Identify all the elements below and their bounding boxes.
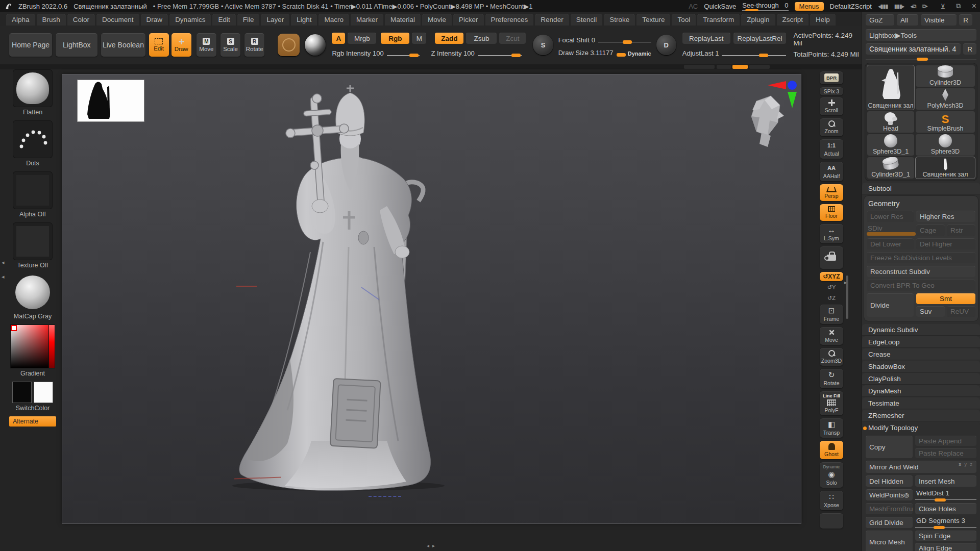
- tray-right-icon[interactable]: ▮▮▮▸: [894, 3, 904, 10]
- z-intensity-handle[interactable]: [511, 54, 521, 57]
- current-alpha-button[interactable]: [13, 171, 53, 209]
- persp-button[interactable]: Persp: [820, 184, 843, 201]
- paste-replace-button[interactable]: Paste Replace: [915, 448, 976, 458]
- menu-document[interactable]: Document: [96, 14, 139, 26]
- weld-points-button[interactable]: WeldPoints ◎: [866, 489, 913, 500]
- menu-marker[interactable]: Marker: [351, 14, 383, 26]
- weld-dist-handle[interactable]: [935, 498, 946, 502]
- dynamesh-section-header[interactable]: DynaMesh: [862, 385, 980, 397]
- dynamic-draw-size-label[interactable]: Dynamic: [628, 51, 651, 57]
- divide-button[interactable]: Divide: [867, 293, 914, 317]
- menu-dynamics[interactable]: Dynamics: [169, 14, 211, 26]
- dynamic-mode-button[interactable]: D: [656, 35, 676, 55]
- focal-shift-handle[interactable]: [623, 40, 632, 44]
- zcut-button[interactable]: Zcut: [499, 33, 526, 44]
- canvas-scrollbar[interactable]: ◂ ▸: [427, 543, 435, 548]
- sculptris-pro-button[interactable]: S: [533, 35, 553, 55]
- tool-item-current[interactable]: Священник зал: [867, 65, 914, 110]
- menu-draw[interactable]: Draw: [141, 14, 168, 26]
- see-through-slider[interactable]: See-through 0: [742, 2, 788, 11]
- store-camera-button[interactable]: [820, 246, 843, 269]
- lightbox-button[interactable]: LightBox: [56, 33, 97, 57]
- paste-append-button[interactable]: Paste Append: [915, 436, 976, 446]
- menu-help[interactable]: Help: [810, 14, 836, 26]
- see-through-handle[interactable]: [745, 9, 758, 11]
- mirror-x-toggle[interactable]: x: [959, 462, 962, 467]
- del-higher-button[interactable]: Del Higher: [916, 238, 975, 249]
- scroll-button[interactable]: Scroll: [820, 97, 843, 115]
- current-material-button[interactable]: [13, 273, 53, 311]
- main-color-swatch[interactable]: [12, 382, 32, 403]
- restore-icon[interactable]: ⧉: [956, 2, 960, 10]
- menus-button[interactable]: Menus: [795, 2, 824, 11]
- m-button[interactable]: M: [412, 33, 426, 44]
- mirror-y-toggle[interactable]: y: [964, 462, 968, 467]
- menu-transform[interactable]: Transform: [697, 14, 740, 26]
- del-hidden-button[interactable]: Del Hidden: [866, 475, 913, 487]
- menu-zplugin[interactable]: Zplugin: [741, 14, 775, 26]
- menu-zscript[interactable]: Zscript: [777, 14, 809, 26]
- menu-material[interactable]: Material: [385, 14, 421, 26]
- tool-item-polymesh3d[interactable]: PolyMesh3D: [916, 88, 975, 110]
- z-intensity-slider[interactable]: Z Intensity 100: [431, 47, 522, 57]
- tool-item-head[interactable]: Head: [867, 111, 914, 133]
- goz-visible-button[interactable]: Visible: [921, 14, 957, 26]
- alternate-button[interactable]: Alternate: [9, 416, 56, 427]
- zoom3d-button[interactable]: Zoom3D: [820, 348, 843, 366]
- stroke-picker-button[interactable]: [278, 34, 300, 56]
- rotate-xyz-button[interactable]: ↺XYZ: [820, 272, 843, 281]
- lightbox-tools-button[interactable]: Lightbox▶Tools: [866, 29, 976, 41]
- goz-all-button[interactable]: All: [897, 14, 918, 26]
- edgeloop-section-header[interactable]: EdgeLoop: [862, 336, 980, 348]
- replay-last-rel-button[interactable]: ReplayLastRel: [733, 33, 787, 44]
- rotate-canvas-button[interactable]: ↻Rotate: [820, 369, 843, 388]
- zremesher-section-header[interactable]: ZRemesher: [862, 410, 980, 421]
- tessimate-section-header[interactable]: Tessimate: [862, 397, 980, 409]
- ghost-button[interactable]: Ghost: [820, 441, 843, 459]
- menu-light[interactable]: Light: [291, 14, 317, 26]
- menu-texture[interactable]: Texture: [636, 14, 670, 26]
- insert-mesh-button[interactable]: Insert Mesh: [915, 475, 976, 487]
- tool-item-simplebrush[interactable]: S SimpleBrush: [916, 111, 975, 133]
- adjust-last-slider[interactable]: AdjustLast 1: [682, 47, 787, 57]
- menu-layer[interactable]: Layer: [261, 14, 289, 26]
- local-symmetry-button[interactable]: ↔L.Sym: [820, 224, 843, 243]
- current-tool-name[interactable]: Священник залатанный. 4: [866, 43, 961, 55]
- rgb-intensity-handle[interactable]: [409, 54, 419, 57]
- rotate-y-button[interactable]: ↺Y: [820, 283, 843, 292]
- current-brush-button[interactable]: [13, 69, 53, 107]
- right-shelf-scrollbar[interactable]: ▸: [845, 69, 849, 551]
- menu-render[interactable]: Render: [535, 14, 569, 26]
- menu-movie[interactable]: Movie: [422, 14, 452, 26]
- live-boolean-button[interactable]: Live Boolean: [101, 33, 145, 57]
- weld-dist-slider[interactable]: WeldDist 1: [915, 489, 976, 500]
- mirror-axis-toggles[interactable]: x y z: [959, 462, 973, 467]
- close-icon[interactable]: ×: [972, 2, 976, 11]
- dynamic-subdiv-section-header[interactable]: Dynamic Subdiv: [862, 324, 980, 336]
- left-tray-collapse-icon2[interactable]: ◂: [2, 273, 5, 280]
- menu-stroke[interactable]: Stroke: [604, 14, 635, 26]
- higher-res-button[interactable]: Higher Res: [916, 211, 975, 222]
- menu-picker[interactable]: Picker: [453, 14, 484, 26]
- material-picker-button[interactable]: [305, 34, 326, 56]
- subtool-section-header[interactable]: Subtool: [862, 183, 980, 194]
- zoom-button[interactable]: Zoom: [820, 118, 843, 136]
- shadowbox-section-header[interactable]: ShadowBox: [862, 361, 980, 372]
- color-a-button[interactable]: A: [332, 33, 345, 44]
- menu-macro[interactable]: Macro: [318, 14, 349, 26]
- mirror-z-toggle[interactable]: z: [970, 462, 974, 467]
- tool-scrub-slider[interactable]: [866, 56, 976, 61]
- edit-mode-button[interactable]: Edit: [149, 33, 169, 57]
- adjust-last-handle[interactable]: [759, 54, 768, 57]
- tool-scrub-handle[interactable]: [917, 58, 928, 61]
- r-button-top[interactable]: R: [959, 14, 972, 26]
- camera-orientation-gizmo[interactable]: [767, 79, 798, 110]
- document-canvas[interactable]: [62, 74, 801, 523]
- gd-segments-handle[interactable]: [934, 526, 945, 529]
- zadd-button[interactable]: Zadd: [435, 33, 463, 44]
- spin-edge-button[interactable]: Spin Edge: [915, 531, 976, 541]
- menu-edit[interactable]: Edit: [212, 14, 235, 26]
- move-mode-button[interactable]: M Move: [197, 33, 216, 57]
- bpr-button[interactable]: BPR: [820, 71, 843, 84]
- hue-strip[interactable]: [48, 325, 55, 368]
